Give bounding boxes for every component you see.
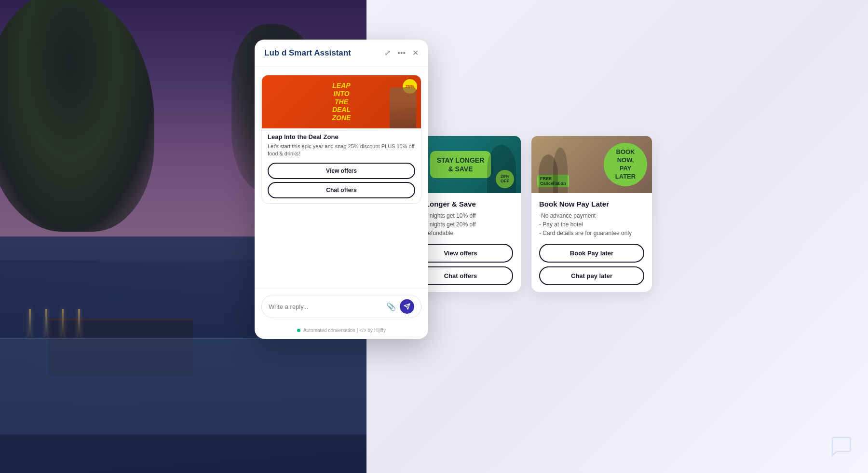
chat-body: LEAPINTOTHEDEALZONE 25% Leap Into the De… bbox=[255, 67, 428, 289]
chat-pay-later-btn[interactable]: Chat pay later bbox=[539, 266, 644, 285]
chat-widget: Lub d Smart Assistant ⤢ ••• ✕ LEAPINTOTH… bbox=[255, 40, 428, 339]
person-silhouette-leap bbox=[390, 87, 416, 128]
footer-status-dot bbox=[297, 329, 300, 332]
attach-icon[interactable]: 📎 bbox=[386, 302, 396, 311]
offer-card-leap: LEAPINTOTHEDEALZONE 25% Leap Into the De… bbox=[261, 75, 421, 204]
leap-image-text: LEAPINTOTHEDEALZONE bbox=[332, 82, 351, 122]
chat-header-icons: ⤢ ••• ✕ bbox=[384, 49, 419, 57]
card-image-leap: LEAPINTOTHEDEALZONE 25% bbox=[262, 75, 421, 128]
chat-input-area: 📎 bbox=[255, 289, 428, 324]
offer-card-book: BOOK NOW,PAY LATER FREECancellation Book… bbox=[531, 136, 652, 292]
chat-input-row: 📎 bbox=[261, 295, 421, 318]
card-image-book: BOOK NOW,PAY LATER FREECancellation bbox=[531, 136, 652, 193]
close-icon[interactable]: ✕ bbox=[412, 49, 419, 57]
chat-input[interactable] bbox=[269, 303, 382, 310]
more-icon[interactable]: ••• bbox=[397, 49, 406, 57]
book-now-badge: BOOK NOW,PAY LATER bbox=[604, 143, 647, 186]
book-pay-later-btn[interactable]: Book Pay later bbox=[539, 244, 644, 263]
card-desc-book: -No advance payment- Pay at the hotel- C… bbox=[539, 211, 644, 237]
send-button[interactable] bbox=[400, 299, 414, 314]
card-title-leap: Leap Into the Deal Zone bbox=[268, 133, 415, 140]
card-desc-leap: Let's start this epic year and snag 25% … bbox=[268, 143, 415, 158]
chat-footer: Automated conversation | </> by Hijiffy bbox=[255, 324, 428, 339]
chat-header: Lub d Smart Assistant ⤢ ••• ✕ bbox=[255, 40, 428, 67]
card-title-book: Book Now Pay Later bbox=[539, 200, 644, 208]
expand-icon[interactable]: ⤢ bbox=[384, 49, 391, 57]
book-image-container: BOOK NOW,PAY LATER FREECancellation bbox=[531, 136, 652, 193]
card-content-leap: Leap Into the Deal Zone Let's start this… bbox=[262, 128, 421, 203]
chat-offers-btn-leap[interactable]: Chat offers bbox=[268, 182, 415, 198]
card-body-book: Book Now Pay Later -No advance payment- … bbox=[531, 193, 652, 292]
footer-text: Automated conversation | </> by Hijiffy bbox=[303, 328, 386, 333]
stay-badge-text: STAY LONGER& SAVE bbox=[430, 151, 491, 178]
chat-title: Lub d Smart Assistant bbox=[264, 48, 351, 58]
extended-cards-row: STAY LONGER& SAVE 20%OFF Stay Longer & S… bbox=[400, 136, 652, 292]
view-offers-btn-leap[interactable]: View offers bbox=[268, 163, 415, 179]
watermark-icon bbox=[829, 434, 854, 459]
person-silhouette-stay bbox=[487, 145, 516, 193]
